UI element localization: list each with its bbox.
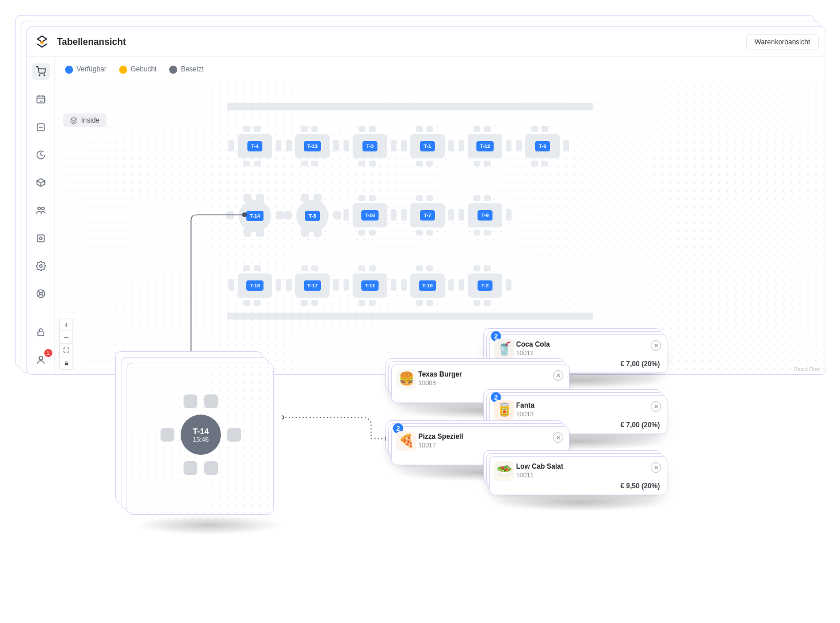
chair [358,126,365,132]
table-label: T-12 [476,141,494,151]
legend-label-available: Verfügbar [77,65,106,73]
table-t-7[interactable]: T-7 [400,195,455,235]
chair [204,461,218,475]
table-t-11[interactable]: T-11 [342,265,398,306]
table-t-3[interactable]: T-3 [342,126,398,166]
chair [286,140,292,151]
chair [484,230,491,235]
calendar-icon: 12 [36,94,46,104]
chair [563,140,569,151]
table-label: T-8 [305,211,319,221]
sidebar-item-calendar[interactable]: 12 [32,90,50,108]
table-t-12[interactable]: T-12 [457,126,513,166]
chair [474,195,480,201]
sidebar-item-help[interactable] [32,285,50,302]
table-t-13[interactable]: T-13 [285,126,340,166]
chair [358,195,365,201]
sidebar-item-receipt[interactable] [32,119,50,136]
chair [333,140,339,151]
sidebar-item-history[interactable] [32,146,50,164]
table-body: T-16 [353,203,387,227]
chair [401,209,407,221]
floorplan-canvas[interactable]: Inside T-4T-13T-3T-1T-12T-6T-14T-8T-16T-… [55,82,826,374]
sidebar-item-lock[interactable] [32,323,50,340]
zoom-table-card: T-14 15:46 [127,363,274,515]
table-label: T-17 [304,280,321,291]
chair [161,428,174,442]
table-body: T-3 [353,134,387,158]
chair [474,300,480,306]
svg-point-17 [282,416,284,419]
chair [484,265,491,271]
legend: Verfügbar Gebucht Besetzt [55,57,826,82]
lock-canvas-button[interactable] [60,356,72,369]
table-t-1[interactable]: T-1 [400,126,455,166]
gear-icon [36,261,46,271]
cart-icon [36,66,46,77]
sidebar-item-inventory[interactable] [32,174,50,191]
table-t-8[interactable]: T-8 [285,195,340,235]
table-body: T-17 [295,273,330,298]
zoom-out-button[interactable]: − [60,331,72,344]
floor-selector[interactable]: Inside [63,113,106,127]
sidebar-item-safe[interactable] [32,230,50,247]
chair [369,230,376,235]
sidebar-item-cart[interactable] [32,63,50,80]
table-t-9[interactable]: T-9 [457,195,513,235]
box-icon [36,177,46,188]
svg-point-14 [39,356,43,360]
item-sku: 10008 [418,379,562,386]
help-icon [36,288,46,299]
chair [474,265,480,271]
chair [301,265,308,271]
chair [358,230,365,235]
table-label: T-2 [478,280,492,291]
cart-view-button[interactable]: Warenkorbansicht [746,34,819,50]
svg-point-7 [41,207,44,210]
table-label: T-13 [304,141,321,151]
table-t-4[interactable]: T-4 [227,126,282,166]
remove-item-button[interactable]: ✕ [553,432,563,443]
chair [484,161,491,166]
chair [426,300,433,306]
chair [459,209,464,221]
table-t-10[interactable]: T-10 [400,265,455,306]
zoom-table[interactable]: T-14 15:46 [181,415,221,455]
cart-item-card[interactable]: 🥗✕Low Cab Salat10011€ 9,50 (20%) [489,456,667,495]
chair [358,300,365,306]
chair [484,300,491,306]
zoom-in-button[interactable]: + [60,318,72,331]
legend-label-occupied: Besetzt [181,65,204,73]
sidebar-item-users[interactable] [32,202,50,219]
chair [448,140,454,151]
remove-item-button[interactable]: ✕ [651,462,661,473]
users-icon [36,205,46,215]
sidebar-item-settings[interactable] [32,257,50,275]
chair [301,300,308,306]
svg-point-0 [40,41,44,44]
item-name: Low Cab Salat [516,462,660,470]
item-thumbnail: 🍔 [396,369,416,389]
chair [531,126,538,132]
chair [416,300,423,306]
chair [284,211,292,219]
item-price: € 9,50 (20%) [516,482,660,490]
canvas-column: Verfügbar Gebucht Besetzt Inside T-4T-13… [55,57,826,374]
table-label: T-11 [361,280,379,291]
chair [276,211,284,219]
chair [301,126,308,132]
table-t-6[interactable]: T-6 [515,126,570,166]
item-name: Coca Cola [516,340,660,348]
chair [358,265,365,271]
chair [426,265,433,271]
remove-item-button[interactable]: ✕ [651,401,661,412]
sidebar-item-account[interactable]: 1 [32,351,50,369]
item-thumbnail: 🥤 [494,339,514,359]
table-t-2[interactable]: T-2 [457,265,513,306]
fit-view-button[interactable] [60,344,72,356]
remove-item-button[interactable]: ✕ [651,340,661,351]
table-t-16[interactable]: T-16 [342,195,398,235]
table-t-17[interactable]: T-17 [285,265,340,306]
remove-item-button[interactable]: ✕ [553,370,563,381]
table-body: T-7 [410,203,445,227]
